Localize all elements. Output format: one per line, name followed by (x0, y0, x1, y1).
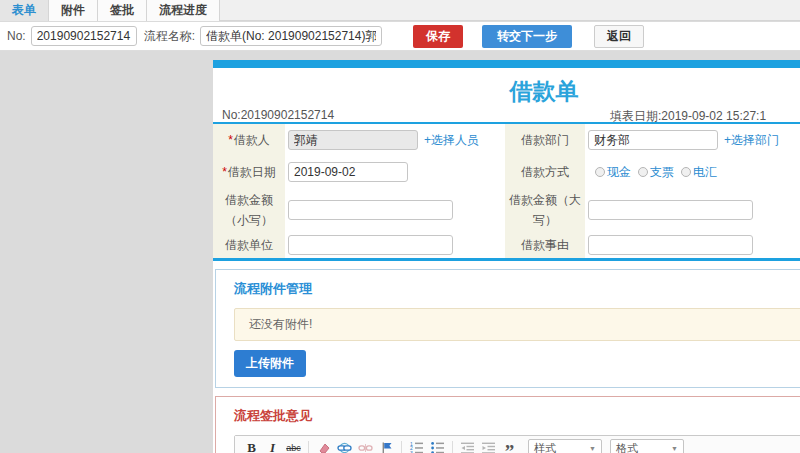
radio-wire[interactable] (681, 167, 691, 177)
loan-date-field (285, 156, 505, 188)
borrower-input[interactable] (288, 130, 418, 150)
loan-form-panel: 借款单 No:20190902152714 填表日期:2019-09-02 15… (213, 60, 800, 453)
tab-attachments[interactable]: 附件 (49, 0, 98, 21)
italic-icon[interactable]: I (263, 439, 282, 453)
department-label: 借款部门 (505, 124, 585, 156)
radio-wire-label[interactable]: 电汇 (693, 164, 717, 181)
format-combo-label: 格式 (616, 441, 638, 453)
remove-format-icon[interactable] (314, 439, 333, 453)
panel-accent-bar (213, 60, 800, 68)
chevron-down-icon: ▼ (589, 445, 596, 452)
radio-cheque[interactable] (638, 167, 648, 177)
loan-unit-label: 借款单位 (213, 232, 285, 258)
loan-reason-label: 借款事由 (505, 232, 585, 258)
unlink-icon (356, 439, 375, 453)
rich-text-editor: B I abc (234, 435, 800, 453)
outdent-icon (458, 439, 477, 453)
loan-method-options: 现金 支票 电汇 (588, 164, 717, 181)
radio-cash-label[interactable]: 现金 (607, 164, 631, 181)
borrower-field: +选择人员 (285, 124, 505, 156)
required-asterisk: * (222, 165, 227, 179)
indent-icon (479, 439, 498, 453)
approval-section-heading: 流程签批意见 (234, 407, 800, 425)
form-bottom-accent-bar (213, 258, 800, 261)
loan-unit-input[interactable] (288, 235, 453, 255)
chevron-down-icon: ▼ (671, 445, 678, 452)
tab-bar: 表单 附件 签批 流程进度 (0, 0, 800, 21)
bulleted-list-icon[interactable] (428, 439, 447, 453)
attachment-section: 流程附件管理 还没有附件! 上传附件 (215, 269, 800, 388)
department-input[interactable] (588, 130, 718, 150)
blockquote-icon[interactable]: ” (500, 439, 519, 453)
back-button[interactable]: 返回 (594, 25, 644, 48)
select-department-link[interactable]: +选择部门 (724, 132, 779, 149)
amount-uppercase-field (585, 188, 800, 232)
toolbar-separator (401, 441, 402, 453)
page-title: 借款单 (213, 68, 800, 104)
bold-icon[interactable]: B (242, 439, 261, 453)
toolbar-separator (452, 441, 453, 453)
doc-fill-date: 填表日期:2019-09-02 15:27:1 (610, 108, 766, 125)
no-input[interactable] (31, 26, 137, 46)
format-combo[interactable]: 格式 ▼ (610, 439, 684, 453)
tab-approval[interactable]: 签批 (98, 0, 147, 21)
attachment-section-heading: 流程附件管理 (234, 280, 800, 298)
loan-date-label: *借款日期 (213, 156, 285, 188)
styles-combo[interactable]: 样式 ▼ (528, 439, 602, 453)
anchor-flag-icon[interactable] (377, 439, 396, 453)
process-name-input[interactable] (200, 26, 382, 46)
amount-lowercase-field (285, 188, 505, 232)
radio-cash[interactable] (595, 167, 605, 177)
editor-toolbar: B I abc (235, 436, 800, 453)
loan-method-field: 现金 支票 电汇 (585, 156, 800, 188)
loan-reason-field (585, 232, 800, 258)
toolbar-separator (308, 441, 309, 453)
radio-cheque-label[interactable]: 支票 (650, 164, 674, 181)
upload-attachment-button[interactable]: 上传附件 (234, 350, 306, 377)
loan-unit-field (285, 232, 505, 258)
link-icon[interactable] (335, 439, 354, 453)
amount-lowercase-input[interactable] (288, 200, 453, 220)
loan-date-input[interactable] (288, 162, 408, 182)
no-attachment-alert: 还没有附件! (234, 308, 800, 341)
loan-reason-input[interactable] (588, 235, 753, 255)
no-label: No: (7, 29, 26, 43)
amount-lowercase-label: 借款金额（小写） (213, 188, 285, 232)
numbered-list-icon[interactable]: 123 (407, 439, 426, 453)
approval-section: 流程签批意见 B I abc (215, 396, 800, 453)
select-person-link[interactable]: +选择人员 (424, 132, 479, 149)
doc-number: No:20190902152714 (222, 108, 334, 122)
loan-form-table: *借款人 +选择人员 借款部门 +选择部门 *借款日期 借款方式 现金 支票 电… (213, 124, 800, 258)
loan-method-label: 借款方式 (505, 156, 585, 188)
forward-next-step-button[interactable]: 转交下一步 (482, 25, 572, 48)
amount-uppercase-input[interactable] (588, 200, 753, 220)
save-button[interactable]: 保存 (413, 25, 463, 48)
borrower-label: *借款人 (213, 124, 285, 156)
strikethrough-icon[interactable]: abc (284, 439, 303, 453)
tab-process-progress[interactable]: 流程进度 (147, 0, 220, 21)
tab-form[interactable]: 表单 (0, 0, 49, 21)
process-name-label: 流程名称: (144, 28, 195, 45)
required-asterisk: * (228, 133, 233, 147)
styles-combo-label: 样式 (534, 441, 556, 453)
doc-subheader: No:20190902152714 填表日期:2019-09-02 15:27:… (213, 104, 800, 124)
command-toolbar: No: 流程名称: 保存 转交下一步 返回 (0, 22, 800, 51)
department-field: +选择部门 (585, 124, 800, 156)
amount-uppercase-label: 借款金额（大写） (505, 188, 585, 232)
